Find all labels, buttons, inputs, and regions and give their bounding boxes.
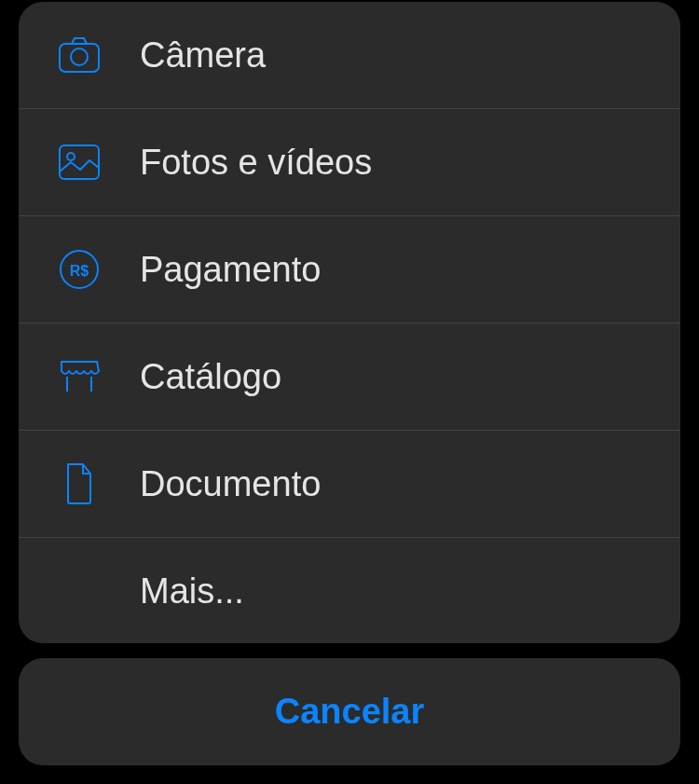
- payment-option[interactable]: R$ Pagamento: [19, 216, 680, 323]
- catalog-option[interactable]: Catálogo: [19, 323, 680, 431]
- camera-label: Câmera: [140, 35, 266, 76]
- document-icon: [56, 461, 103, 507]
- photos-option[interactable]: Fotos e vídeos: [19, 109, 680, 216]
- payment-label: Pagamento: [140, 250, 321, 290]
- more-label: Mais...: [140, 571, 244, 612]
- photo-icon: [56, 139, 103, 186]
- document-label: Documento: [140, 464, 321, 504]
- svg-point-3: [67, 153, 75, 160]
- cancel-label: Cancelar: [275, 692, 425, 732]
- svg-point-1: [71, 48, 88, 65]
- svg-text:R$: R$: [70, 263, 89, 279]
- camera-option[interactable]: Câmera: [19, 2, 680, 109]
- camera-icon: [56, 32, 103, 78]
- photos-label: Fotos e vídeos: [140, 143, 372, 183]
- catalog-label: Catálogo: [140, 357, 281, 397]
- more-option[interactable]: Mais...: [19, 538, 680, 643]
- more-icon-spacer: [56, 569, 103, 615]
- document-option[interactable]: Documento: [19, 431, 680, 538]
- payment-icon: R$: [56, 246, 103, 293]
- attachment-action-sheet: Câmera Fotos e vídeos R$ Pagamento: [19, 2, 680, 643]
- store-icon: [56, 353, 103, 400]
- cancel-button[interactable]: Cancelar: [19, 658, 680, 765]
